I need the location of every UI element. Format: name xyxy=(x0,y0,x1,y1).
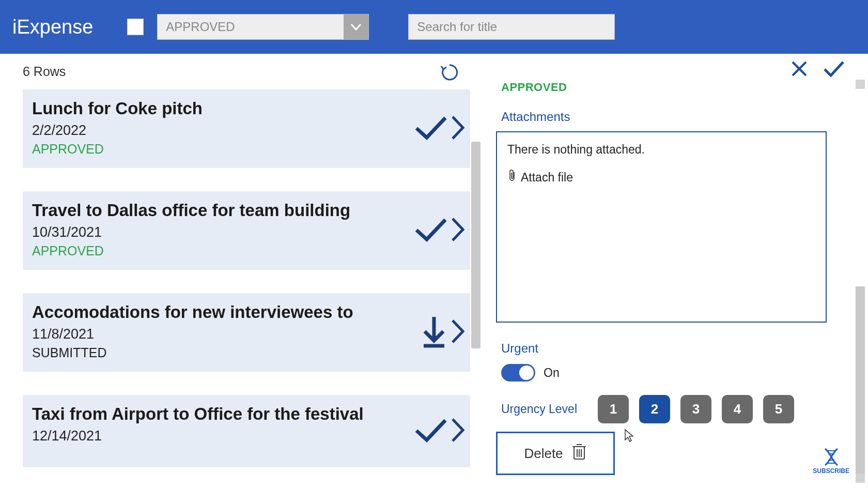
search-input[interactable] xyxy=(408,14,615,40)
urgency-level-5[interactable]: 5 xyxy=(763,395,794,423)
attachments-box: There is nothing attached. Attach file xyxy=(496,131,827,323)
chevron-right-icon[interactable] xyxy=(451,417,465,445)
chevron-right-icon[interactable] xyxy=(451,115,465,143)
urgent-value: On xyxy=(544,366,560,380)
scrollbar[interactable] xyxy=(856,286,865,478)
scrollbar-arrow-up[interactable] xyxy=(856,80,865,89)
expense-status: SUBMITTED xyxy=(32,345,458,360)
expense-card[interactable]: Accomodations for new interviewees to11/… xyxy=(23,293,470,372)
mouse-cursor-icon xyxy=(623,429,634,447)
filter-checkbox[interactable] xyxy=(127,19,144,35)
chevron-down-icon[interactable] xyxy=(344,14,368,39)
detail-status: APPROVED xyxy=(501,81,842,94)
refresh-icon[interactable] xyxy=(439,62,460,85)
attachments-label: Attachments xyxy=(501,110,842,124)
scrollbar[interactable] xyxy=(471,142,481,348)
status-filter-value: APPROVED xyxy=(158,20,344,34)
checkmark-icon[interactable] xyxy=(413,114,448,144)
expense-card[interactable]: Lunch for Coke pitch2/2/2022APPROVED xyxy=(23,89,470,168)
urgency-level-group: 12345 xyxy=(598,395,794,423)
urgency-level-1[interactable]: 1 xyxy=(598,395,629,423)
expense-status: APPROVED xyxy=(32,142,458,157)
trash-icon xyxy=(571,443,587,465)
expense-status: APPROVED xyxy=(32,243,458,258)
app-header: iExpense APPROVED xyxy=(0,0,868,54)
expense-title: Travel to Dallas office for team buildin… xyxy=(32,201,458,220)
expense-title: Lunch for Coke pitch xyxy=(32,99,458,118)
subscribe-badge[interactable]: SUBSCRIBE xyxy=(813,447,849,475)
delete-button[interactable]: Delete xyxy=(496,432,615,475)
expense-card[interactable]: Travel to Dallas office for team buildin… xyxy=(23,191,470,270)
paperclip-icon xyxy=(507,169,517,186)
delete-label: Delete xyxy=(524,446,563,462)
dna-icon xyxy=(821,447,842,467)
expense-title: Taxi from Airport to Office for the fest… xyxy=(32,404,458,424)
urgent-toggle[interactable] xyxy=(501,364,535,382)
expense-date: 11/8/2021 xyxy=(32,326,458,342)
confirm-icon[interactable] xyxy=(823,59,845,81)
download-icon[interactable] xyxy=(420,314,448,351)
chevron-right-icon[interactable] xyxy=(451,217,465,245)
chevron-right-icon[interactable] xyxy=(451,318,465,346)
expense-date: 12/14/2021 xyxy=(32,428,458,444)
expense-date: 2/2/2022 xyxy=(32,123,458,139)
close-icon[interactable] xyxy=(789,59,809,81)
row-count-label: 6 Rows xyxy=(23,64,470,79)
expense-list: Lunch for Coke pitch2/2/2022APPROVEDTrav… xyxy=(23,89,470,467)
urgency-level-label: Urgency Level xyxy=(501,402,577,416)
expense-title: Accomodations for new interviewees to xyxy=(32,302,458,322)
status-filter-select[interactable]: APPROVED xyxy=(157,14,369,40)
checkmark-icon[interactable] xyxy=(413,416,448,446)
attachments-empty-text: There is nothing attached. xyxy=(507,143,815,157)
expense-list-panel: 6 Rows Lunch for Coke pitch2/2/2022APPRO… xyxy=(0,54,481,488)
expense-card[interactable]: Taxi from Airport to Office for the fest… xyxy=(23,395,470,467)
urgency-level-2[interactable]: 2 xyxy=(639,395,670,423)
expense-date: 10/31/2021 xyxy=(32,224,458,240)
urgency-level-3[interactable]: 3 xyxy=(680,395,711,423)
attach-file-button[interactable]: Attach file xyxy=(507,169,815,186)
urgency-level-4[interactable]: 4 xyxy=(722,395,753,423)
app-title: iExpense xyxy=(12,16,93,38)
checkmark-icon[interactable] xyxy=(413,216,448,246)
subscribe-label: SUBSCRIBE xyxy=(813,467,849,475)
scrollbar-arrow-down[interactable] xyxy=(856,474,865,483)
attach-file-label: Attach file xyxy=(521,171,573,185)
urgent-label: Urgent xyxy=(501,341,842,356)
detail-panel: APPROVED Attachments There is nothing at… xyxy=(481,54,868,488)
